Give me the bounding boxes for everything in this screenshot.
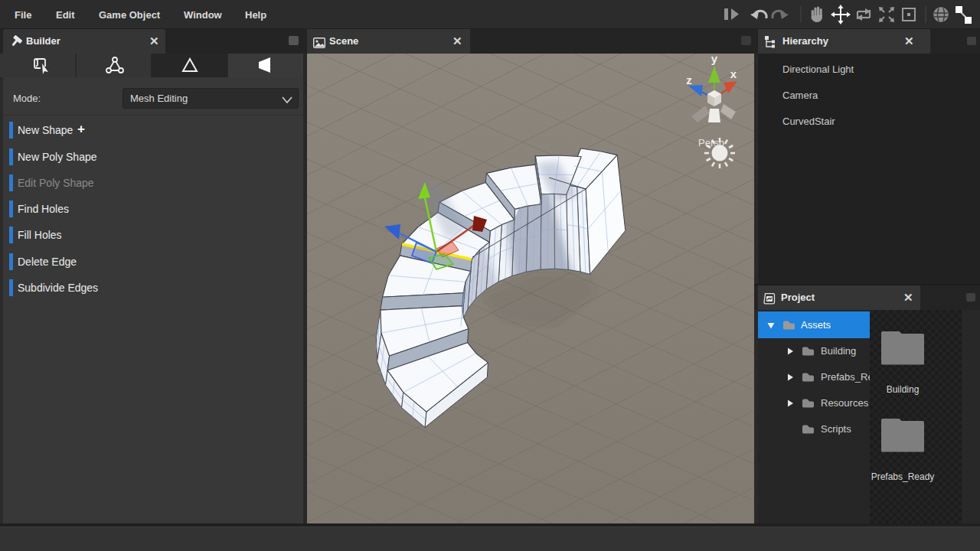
svg-text:y: y bbox=[711, 54, 718, 65]
svg-text:Prefabs_Ready: Prefabs_Ready bbox=[871, 471, 935, 482]
svg-text:Building: Building bbox=[887, 384, 920, 395]
svg-text:z: z bbox=[686, 73, 692, 86]
svg-text:x: x bbox=[730, 67, 737, 80]
